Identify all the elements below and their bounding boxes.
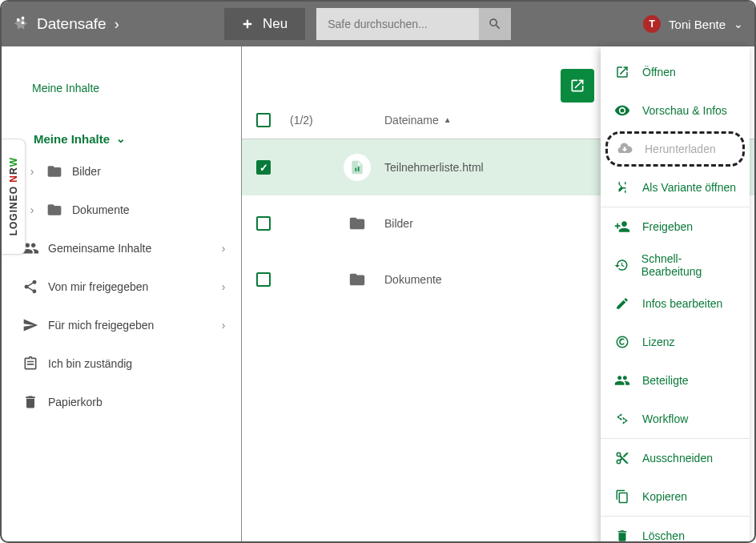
copyright-icon <box>613 335 631 349</box>
menu-item-copy[interactable]: Kopieren <box>601 477 750 516</box>
select-all-checkbox[interactable] <box>256 113 271 127</box>
sidebar: Meine Inhalte Meine Inhalte ⌄ › Bilder › <box>2 46 242 541</box>
sort-asc-icon: ▲ <box>444 115 452 124</box>
menu-item-cloud: Herunterladen <box>605 131 745 167</box>
menu-item-cut[interactable]: Ausschneiden <box>601 439 750 477</box>
open-external-icon <box>569 78 585 94</box>
context-menu: ÖffnenVorschau & InfosHerunterladenAls V… <box>601 46 750 543</box>
breadcrumb[interactable]: Meine Inhalte <box>2 53 241 117</box>
nav-item-gemeinsame[interactable]: Gemeinsame Inhalte › <box>6 229 236 267</box>
open-icon <box>613 65 631 79</box>
search-input[interactable] <box>316 8 479 40</box>
menu-item-eye[interactable]: Vorschau & Infos <box>601 91 750 130</box>
new-label: Neu <box>263 16 288 32</box>
folder-icon <box>45 163 64 179</box>
share-icon <box>21 279 40 295</box>
menu-item-branch[interactable]: Als Variante öffnen <box>601 168 750 207</box>
eye-icon <box>613 103 631 119</box>
row-checkbox[interactable] <box>256 216 271 231</box>
search-icon <box>488 17 502 31</box>
new-button[interactable]: Neu <box>224 8 305 40</box>
pencil-icon <box>613 296 631 311</box>
brand[interactable]: Datensafe › <box>13 15 213 33</box>
chevron-right-icon: › <box>219 319 228 332</box>
logo-icon <box>13 16 29 32</box>
nav-item-bilder[interactable]: › Bilder <box>6 152 236 191</box>
menu-item-people[interactable]: Beteiligte <box>601 361 750 400</box>
selection-count: (1/2) <box>290 114 330 127</box>
plus-icon <box>242 18 253 30</box>
nav-item-dokumente[interactable]: › Dokumente <box>6 191 236 229</box>
logineo-label: LOGINEO NRW <box>8 157 19 235</box>
addperson-icon <box>613 219 631 235</box>
chevron-right-icon: › <box>27 203 37 216</box>
nav-item-zustaendig[interactable]: Ich bin zuständig <box>6 344 236 383</box>
chevron-down-icon: ⌄ <box>116 132 126 145</box>
row-checkbox[interactable] <box>256 160 271 175</box>
nav-item-fuer-mich[interactable]: Für mich freigegeben › <box>6 306 236 344</box>
logineo-tab[interactable]: LOGINEO NRW <box>2 139 26 255</box>
avatar: T <box>643 15 661 33</box>
user-menu[interactable]: T Toni Bente ⌄ <box>643 15 743 33</box>
nav-item-von-mir[interactable]: Von mir freigegeben › <box>6 267 236 306</box>
menu-item-addperson[interactable]: Freigeben <box>601 207 750 246</box>
workflow-icon <box>613 412 631 426</box>
menu-item-trash[interactable]: Löschen <box>601 517 750 543</box>
people-icon <box>613 372 631 388</box>
trash-icon <box>613 529 631 543</box>
search-button[interactable] <box>479 8 511 40</box>
user-name: Toni Bente <box>669 18 726 31</box>
nav-item-papierkorb[interactable]: Papierkorb <box>6 383 236 421</box>
chevron-down-icon: ⌄ <box>734 18 743 30</box>
menu-item-workflow[interactable]: Workflow <box>601 400 750 438</box>
chevron-right-icon: › <box>219 242 228 255</box>
file-icon <box>341 154 373 181</box>
nav-root-meine-inhalte[interactable]: Meine Inhalte ⌄ <box>6 125 236 152</box>
menu-item-pencil[interactable]: Infos bearbeiten <box>601 284 750 323</box>
chevron-right-icon: › <box>115 16 119 33</box>
folder-icon <box>341 215 373 232</box>
assignment-icon <box>21 356 40 372</box>
cloud-icon <box>616 141 633 157</box>
row-checkbox[interactable] <box>256 272 271 287</box>
trash-icon <box>21 394 40 410</box>
menu-item-history[interactable]: Schnell-Bearbeitung <box>601 246 750 284</box>
chevron-right-icon: › <box>27 165 37 178</box>
open-external-button[interactable] <box>561 69 594 103</box>
copy-icon <box>613 489 631 504</box>
chevron-right-icon: › <box>219 280 228 293</box>
folder-icon <box>341 271 373 288</box>
history-icon <box>613 258 630 272</box>
branch-icon <box>613 180 631 195</box>
folder-icon <box>45 202 64 218</box>
menu-item-open[interactable]: Öffnen <box>601 53 750 91</box>
menu-item-copyright[interactable]: Lizenz <box>601 323 750 361</box>
app-title: Datensafe <box>37 15 107 33</box>
cut-icon <box>613 451 631 465</box>
send-icon <box>21 317 40 333</box>
